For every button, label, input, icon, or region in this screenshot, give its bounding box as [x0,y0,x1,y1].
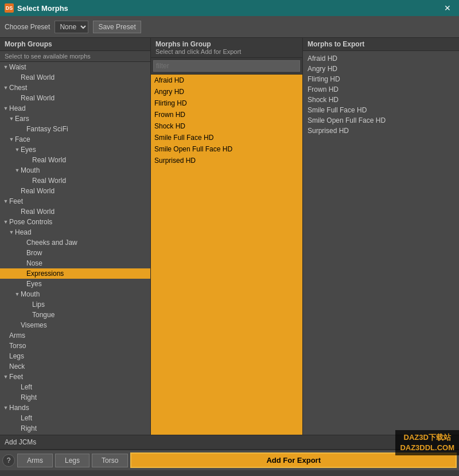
export-list-item-afraid-hd[interactable]: Afraid HD [305,53,457,64]
export-list-item-surprised-hd[interactable]: Surprised HD [305,126,457,136]
morph-groups-header: Morph Groups [0,38,150,51]
morph-list-item-angry-hd[interactable]: Angry HD [151,86,302,97]
tree-item-pc-tongue[interactable]: Tongue [0,310,150,320]
toolbar: Choose Preset None Save Preset [0,16,459,38]
tree-item-ears[interactable]: Ears [0,114,150,124]
tree-item-hands[interactable]: Hands [0,403,150,413]
morph-list-item-frown-hd[interactable]: Frown HD [151,109,302,120]
close-button[interactable]: ✕ [441,2,454,14]
tree-item-label-pc-mouth: Mouth [21,290,40,298]
export-list-item-angry-hd[interactable]: Angry HD [305,64,457,74]
tree-item-mouth[interactable]: Mouth [0,165,150,175]
tree-item-label-waist: Waist [9,63,26,71]
tree-item-label-t-feet: Feet [9,373,23,381]
tree-item-waist-real-world[interactable]: Real World [0,72,150,83]
morph-groups-tree[interactable]: WaistReal WorldChestReal WorldHeadEarsFa… [0,62,150,435]
tree-item-label-pc-brow: Brow [26,249,42,257]
tree-item-chest-real-world[interactable]: Real World [0,93,150,103]
tree-item-pc-lips[interactable]: Lips [0,299,150,310]
morph-list-item-flirting-hd[interactable]: Flirting HD [151,97,302,109]
tree-item-pose-controls[interactable]: Pose Controls [0,217,150,227]
export-list-item-smile-full-face-hd[interactable]: Smile Full Face HD [305,105,457,115]
tree-item-pc-expressions[interactable]: Expressions [0,268,150,279]
tree-item-mouth-real-world[interactable]: Real World [0,175,150,186]
add-jcms-bar: Add JCMs [0,435,459,450]
export-list-item-shock-hd[interactable]: Shock HD [305,95,457,105]
tree-item-label-hands: Hands [9,404,29,412]
torso-tab-button[interactable]: Torso [92,454,128,467]
tree-item-label-feet-real-world: Real World [21,208,55,216]
tree-item-pc-mouth[interactable]: Mouth [0,289,150,299]
tree-item-label-head-real-world: Real World [21,187,55,195]
tree-item-head[interactable]: Head [0,103,150,114]
preset-select[interactable]: None [55,21,88,33]
tree-item-label-ears-fantasy: Fantasy SciFi [26,125,68,133]
tree-item-label-chest: Chest [9,84,27,92]
save-preset-button[interactable]: Save Preset [93,21,141,33]
morph-list-item-smile-open-full-face-hd[interactable]: Smile Open Full Face HD [151,143,302,155]
tree-item-arms[interactable]: Arms [0,330,150,341]
app-icon: DS [5,3,14,13]
tree-item-ears-fantasy[interactable]: Fantasy SciFi [0,124,150,134]
help-button[interactable]: ? [2,454,15,467]
tree-item-hands-left[interactable]: Left [0,413,150,423]
export-list-item-frown-hd[interactable]: Frown HD [305,84,457,95]
tree-item-head-real-world[interactable]: Real World [0,186,150,196]
tree-item-t-feet[interactable]: Feet [0,372,150,382]
export-list[interactable]: Afraid HDAngry HDFlirting HDFrown HDShoc… [303,51,459,435]
tree-item-pc-head[interactable]: Head [0,227,150,237]
arms-tab-button[interactable]: Arms [17,454,53,467]
tree-item-t-feet-left[interactable]: Left [0,382,150,392]
tree-item-chest[interactable]: Chest [0,83,150,93]
filter-row [151,58,302,75]
tree-item-pc-cheeks[interactable]: Cheeks and Jaw [0,237,150,248]
tree-item-label-hands-right: Right [21,424,37,432]
tree-item-label-eyes: Eyes [21,146,36,154]
filter-input[interactable] [153,60,300,72]
tree-item-face[interactable]: Face [0,134,150,145]
tree-item-pc-eyes[interactable]: Eyes [0,279,150,289]
tree-item-label-eyes-real-world: Real World [32,156,66,164]
export-list-item-smile-open-full-face-hd[interactable]: Smile Open Full Face HD [305,115,457,126]
morph-list-item-afraid-hd[interactable]: Afraid HD [151,75,302,86]
toggle-icon-feet [2,198,9,204]
morph-list[interactable]: Afraid HDAngry HDFlirting HDFrown HDShoc… [151,75,302,435]
tree-item-waist[interactable]: Waist [0,62,150,72]
tree-item-label-pc-eyes: Eyes [26,280,42,288]
tree-item-label-pc-cheeks: Cheeks and Jaw [26,239,77,247]
tree-item-feet[interactable]: Feet [0,196,150,206]
tree-item-label-legs: Legs [9,352,24,360]
tree-item-pc-nose[interactable]: Nose [0,258,150,268]
export-list-item-flirting-hd[interactable]: Flirting HD [305,74,457,84]
tree-item-label-head: Head [9,104,26,112]
tree-item-feet-real-world[interactable]: Real World [0,206,150,217]
choose-preset-label: Choose Preset [5,23,50,31]
legs-tab-button[interactable]: Legs [55,454,90,467]
morphs-to-export-panel: Morphs to Export Afraid HDAngry HDFlirti… [303,38,459,435]
tree-item-eyes[interactable]: Eyes [0,145,150,155]
watermark-line1: DAZ3D下载站 [400,432,454,443]
tree-item-legs[interactable]: Legs [0,351,150,361]
morph-list-item-surprised-hd[interactable]: Surprised HD [151,155,302,166]
morph-groups-subheader: Select to see available morphs [0,51,150,62]
tree-item-label-pc-head: Head [15,228,32,236]
tree-item-neck[interactable]: Neck [0,361,150,372]
tree-item-label-t-feet-right: Right [21,393,37,401]
morph-list-item-shock-hd[interactable]: Shock HD [151,120,302,132]
morph-groups-panel: Morph Groups Select to see available mor… [0,38,151,435]
tree-item-hands-right[interactable]: Right [0,423,150,434]
tree-item-label-pc-expressions: Expressions [26,270,64,278]
tree-item-eyes-real-world[interactable]: Real World [0,155,150,165]
bottom-bar: ? Arms Legs Torso Add For Export [0,450,459,470]
tree-item-label-hands-left: Left [21,414,32,422]
morph-list-item-smile-full-face-hd[interactable]: Smile Full Face HD [151,132,302,143]
tree-item-label-arms: Arms [9,331,25,340]
title-bar-left: DS Select Morphs [5,3,68,13]
toggle-icon-t-feet [2,374,9,380]
toggle-icon-pc-head [8,229,15,235]
tree-item-pc-visemes[interactable]: Visemes [0,320,150,330]
tree-item-hip[interactable]: Hip [0,434,150,435]
tree-item-torso[interactable]: Torso [0,341,150,351]
tree-item-t-feet-right[interactable]: Right [0,392,150,403]
tree-item-pc-brow[interactable]: Brow [0,248,150,258]
